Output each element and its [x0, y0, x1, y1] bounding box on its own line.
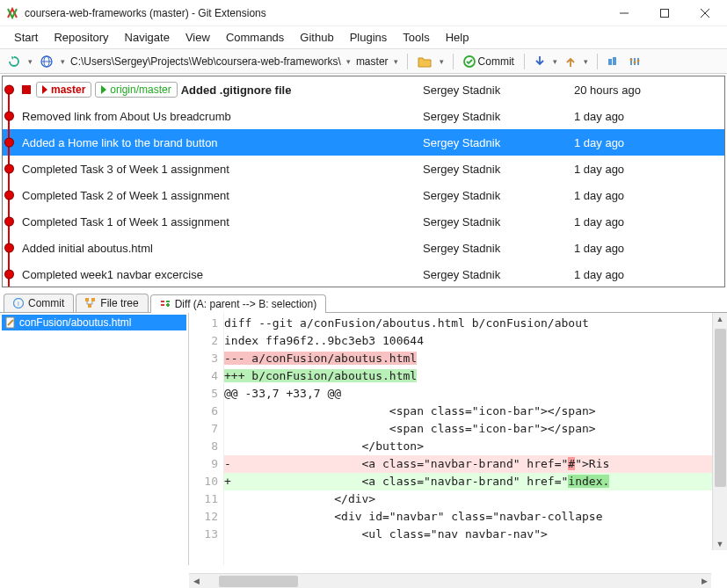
commit-message: Completed week1 navbar excercise — [22, 268, 203, 281]
svg-rect-19 — [91, 298, 95, 301]
commit-row[interactable]: Completed Task 1 of Week 1 assignmentSer… — [3, 208, 724, 235]
commit-author: Sergey Stadnik — [423, 83, 574, 97]
window-title: coursera-web-frameworks (master) - Git E… — [25, 7, 613, 19]
svg-point-13 — [629, 58, 632, 61]
scrollbar-thumb[interactable] — [715, 329, 726, 487]
branch-selector[interactable]: master — [356, 55, 389, 68]
commit-date: 20 hours ago — [574, 83, 724, 97]
chevron-down-icon[interactable]: ▾ — [346, 57, 351, 66]
svg-point-15 — [636, 59, 639, 62]
close-button[interactable] — [694, 4, 716, 22]
svg-rect-9 — [613, 57, 616, 65]
commit-author: Sergey Stadnik — [423, 215, 574, 229]
tree-icon — [85, 298, 96, 309]
commit-message: Completed Task 1 of Week 1 assignment — [22, 215, 229, 229]
menu-github[interactable]: Github — [300, 31, 333, 44]
commit-message: Added a Home link to the brand button — [22, 136, 218, 149]
menu-help[interactable]: Help — [446, 31, 469, 44]
commit-author: Sergey Stadnik — [423, 163, 574, 176]
svg-rect-18 — [85, 298, 89, 301]
menu-navigate[interactable]: Navigate — [125, 31, 170, 44]
file-name: conFusion/aboutus.html — [19, 316, 131, 329]
commit-row[interactable]: Completed week1 navbar excerciseSergey S… — [3, 261, 724, 287]
commit-author: Sergey Stadnik — [423, 242, 574, 255]
commit-message: Removed link from About Us breadcrumb — [22, 110, 231, 123]
svg-point-14 — [633, 61, 636, 63]
pull-button[interactable] — [532, 54, 548, 69]
tab-filetree[interactable]: File tree — [76, 294, 148, 312]
push-button[interactable] — [563, 54, 578, 69]
chevron-down-icon[interactable]: ▾ — [584, 57, 588, 66]
tab-diff[interactable]: Diff (A: parent --> B: selection) — [150, 294, 327, 313]
commit-date: 1 day ago — [574, 110, 724, 123]
commit-label: Commit — [478, 55, 514, 68]
commit-row[interactable]: Removed link from About Us breadcrumbSer… — [3, 103, 724, 129]
svg-text:i: i — [18, 300, 19, 308]
app-icon — [5, 6, 19, 20]
commit-date: 1 day ago — [574, 136, 724, 149]
commit-date: 1 day ago — [574, 163, 724, 176]
menu-start[interactable]: Start — [14, 31, 38, 44]
commit-row[interactable]: Added initial aboutus.htmlSergey Stadnik… — [3, 235, 724, 261]
commit-date: 1 day ago — [574, 268, 724, 281]
svg-rect-8 — [608, 59, 612, 65]
minimize-button[interactable] — [613, 4, 636, 22]
file-edit-icon — [5, 316, 16, 329]
file-list[interactable]: conFusion/aboutus.html — [0, 313, 189, 565]
diff-gutter: 12345678910111213 — [189, 313, 224, 565]
commit-message: Completed Task 2 of Week 1 assignment — [22, 189, 229, 202]
commit-author: Sergey Stadnik — [423, 110, 574, 123]
commit-row[interactable]: Completed Task 3 of Week 1 assignmentSer… — [3, 156, 724, 182]
commit-author: Sergey Stadnik — [423, 189, 574, 202]
refresh-button[interactable] — [5, 54, 23, 69]
diff-view[interactable]: 12345678910111213 diff --git a/conFusion… — [189, 313, 727, 565]
toolbar: ▾ ▾ C:\Users\Sergey\Projects\Web\courser… — [0, 49, 727, 74]
commit-row[interactable]: Added a Home link to the brand buttonSer… — [3, 129, 724, 156]
menu-plugins[interactable]: Plugins — [350, 31, 388, 44]
commit-button[interactable]: Commit — [461, 54, 517, 69]
head-marker-icon — [22, 85, 31, 94]
commit-message: Added initial aboutus.html — [22, 242, 153, 255]
chevron-down-icon[interactable]: ▾ — [61, 57, 65, 66]
chevron-down-icon[interactable]: ▾ — [440, 57, 444, 66]
chevron-down-icon[interactable]: ▾ — [394, 57, 398, 66]
menu-bar: Start Repository Navigate View Commands … — [0, 26, 727, 49]
commit-author: Sergey Stadnik — [423, 136, 574, 149]
commit-date: 1 day ago — [574, 215, 724, 229]
commit-graph[interactable]: masterorigin/masterAdded .gitignore file… — [2, 76, 725, 287]
vertical-scrollbar[interactable]: ▲ ▼ — [712, 313, 727, 550]
commit-row[interactable]: Completed Task 2 of Week 1 assignmentSer… — [3, 182, 724, 208]
settings-button[interactable] — [626, 54, 643, 69]
stash-button[interactable] — [605, 55, 622, 68]
file-list-item[interactable]: conFusion/aboutus.html — [2, 315, 186, 330]
commit-date: 1 day ago — [574, 189, 724, 202]
chevron-down-icon[interactable]: ▾ — [28, 57, 33, 66]
diff-body: diff --git a/conFusion/aboutus.html b/co… — [224, 313, 727, 565]
info-icon: i — [13, 298, 24, 309]
commit-author: Sergey Stadnik — [423, 268, 574, 281]
svg-rect-1 — [661, 9, 669, 17]
globe-icon[interactable] — [38, 54, 55, 69]
menu-commands[interactable]: Commands — [226, 31, 284, 44]
commit-message: Completed Task 3 of Week 1 assignment — [22, 163, 229, 176]
detail-panel: conFusion/aboutus.html 12345678910111213… — [0, 313, 727, 565]
branch-tag-remote[interactable]: origin/master — [95, 82, 177, 98]
menu-tools[interactable]: Tools — [403, 31, 429, 44]
commit-date: 1 day ago — [574, 242, 724, 255]
menu-repository[interactable]: Repository — [54, 31, 108, 44]
menu-view[interactable]: View — [185, 31, 210, 44]
diff-icon — [160, 299, 171, 309]
commit-row[interactable]: masterorigin/masterAdded .gitignore file… — [3, 76, 724, 103]
branch-tag-local[interactable]: master — [36, 82, 91, 98]
open-folder-button[interactable] — [415, 54, 434, 69]
detail-tabs: i Commit File tree Diff (A: parent --> B… — [0, 289, 727, 313]
svg-rect-20 — [88, 304, 91, 308]
commit-message: Added .gitignore file — [181, 83, 292, 97]
repo-path[interactable]: C:\Users\Sergey\Projects\Web\coursera-we… — [70, 55, 341, 68]
tab-commit[interactable]: i Commit — [4, 294, 74, 312]
chevron-down-icon[interactable]: ▾ — [553, 57, 557, 66]
maximize-button[interactable] — [653, 4, 676, 22]
window-titlebar: coursera-web-frameworks (master) - Git E… — [0, 0, 727, 26]
